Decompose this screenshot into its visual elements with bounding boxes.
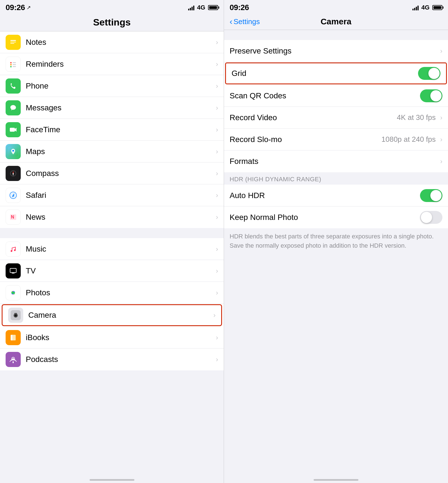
reminders-label: Reminders [26,60,214,69]
reminders-icon [6,57,21,72]
settings-title-bar: Settings [0,14,224,31]
svg-rect-2 [10,42,16,42]
camera-row-formats[interactable]: Formats › [224,150,448,172]
phone-label: Phone [26,82,214,90]
svg-point-17 [12,150,14,152]
notes-icon [6,35,21,50]
lte-label-right: 4G [421,4,430,11]
podcasts-chevron: › [216,356,218,363]
status-time-right: 09:26 [230,3,249,12]
camera-nav-title: Camera [321,17,351,26]
settings-row-safari[interactable]: Safari › [0,184,224,206]
record-video-label: Record Video [230,113,397,122]
photos-icon [6,285,21,300]
ibooks-icon [6,330,21,345]
svg-rect-11 [8,81,18,91]
formats-chevron: › [440,157,442,165]
svg-rect-28 [8,244,18,254]
keep-normal-label: Keep Normal Photo [230,213,420,222]
tv-label: TV [26,266,214,275]
svg-rect-47 [14,313,17,314]
svg-point-46 [15,315,16,316]
hdr-items: Auto HDR Keep Normal Photo [224,185,448,228]
camera-row-auto-hdr[interactable]: Auto HDR [224,185,448,206]
settings-row-music[interactable]: Music › [0,238,224,260]
podcasts-icon [6,352,21,367]
camera-row-record-video[interactable]: Record Video 4K at 30 fps › [224,107,448,129]
back-label: Settings [234,17,260,26]
settings-row-phone[interactable]: Phone › [0,75,224,97]
photos-label: Photos [26,288,214,297]
camera-row-scan-qr[interactable]: Scan QR Codes [224,85,448,107]
safari-icon [6,188,21,203]
settings-row-camera[interactable]: Camera › [2,304,222,326]
location-icon: ↗ [27,4,31,11]
safari-label: Safari [26,191,214,200]
settings-page-title: Settings [6,17,218,28]
settings-row-compass[interactable]: Compass › [0,162,224,184]
camera-row-keep-normal[interactable]: Keep Normal Photo [224,206,448,228]
camera-label: Camera [28,311,211,320]
messages-chevron: › [216,104,218,112]
svg-point-7 [10,66,12,67]
record-slomo-label: Record Slo-mo [230,135,381,144]
grid-toggle[interactable] [418,67,440,80]
svg-rect-3 [10,43,14,44]
svg-point-29 [11,250,12,252]
preserve-label: Preserve Settings [230,47,438,55]
record-video-chevron: › [440,114,442,122]
maps-label: Maps [26,147,214,156]
svg-rect-55 [13,361,14,363]
facetime-chevron: › [216,126,218,134]
status-bar-right: 09:26 4G [224,0,448,14]
music-icon [6,242,21,257]
ibooks-label: iBooks [26,333,214,342]
ibooks-chevron: › [216,334,218,342]
settings-row-news[interactable]: N News › [0,206,224,228]
camera-section-1: Preserve Settings › [224,40,448,62]
svg-rect-8 [13,62,16,63]
status-icons-left: 4G [188,4,218,11]
settings-row-messages[interactable]: Messages › [0,97,224,119]
record-video-value: 4K at 30 fps [397,113,436,122]
scan-qr-toggle[interactable] [420,89,442,102]
messages-icon [6,100,21,115]
settings-row-ibooks[interactable]: iBooks › [0,327,224,349]
settings-row-maps[interactable]: Maps › [0,141,224,162]
signal-bars-right [412,5,419,10]
svg-point-54 [13,358,14,359]
preserve-chevron: › [440,47,442,55]
home-indicator-left [0,472,224,483]
lte-label-left: 4G [197,4,205,11]
formats-label: Formats [230,157,438,166]
svg-point-30 [14,249,16,251]
camera-row-preserve[interactable]: Preserve Settings › [224,40,448,62]
camera-row-record-slomo[interactable]: Record Slo-mo 1080p at 240 fps › [224,129,448,150]
back-button[interactable]: ‹ Settings [230,17,260,26]
notes-label: Notes [26,38,214,47]
settings-row-photos[interactable]: Photos › [0,282,224,304]
camera-icon [8,308,23,323]
settings-row-podcasts[interactable]: Podcasts › [0,349,224,370]
maps-icon [6,144,21,159]
auto-hdr-toggle[interactable] [420,189,442,202]
news-icon: N [6,210,21,225]
camera-row-grid[interactable]: Grid [225,62,447,84]
settings-row-notes[interactable]: Notes › [0,31,224,53]
compass-icon [6,166,21,181]
settings-row-facetime[interactable]: FaceTime › [0,119,224,141]
music-chevron: › [216,245,218,253]
status-icons-right: 4G [412,4,442,11]
settings-row-tv[interactable]: TV › [0,260,224,282]
camera-section-2: Grid Scan QR Codes Record Video 4K at 30… [224,62,448,172]
svg-rect-4 [8,59,18,69]
settings-row-reminders[interactable]: Reminders › [0,53,224,75]
battery-left [208,5,218,10]
photos-chevron: › [216,289,218,297]
svg-rect-14 [10,128,15,132]
keep-normal-toggle[interactable] [420,211,442,224]
hdr-section: HDR (HIGH DYNAMIC RANGE) Auto HDR Keep N… [224,172,448,256]
camera-top-spacer [224,30,448,40]
status-bar-left: 09:26 ↗ 4G [0,0,224,14]
svg-point-6 [10,64,12,65]
